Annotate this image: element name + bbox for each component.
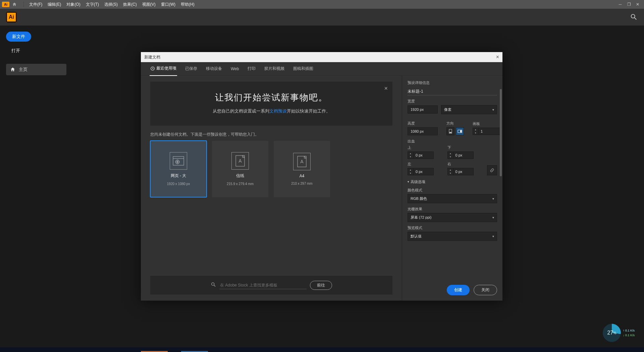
preset-cards: 网页 - 大 1920 x 1080 px 信纸 215.9 x 279.4 m… bbox=[150, 141, 392, 197]
scrollbar[interactable] bbox=[500, 89, 502, 176]
app-icon-small: Ai bbox=[2, 2, 9, 7]
a4-preset-icon bbox=[293, 153, 311, 170]
orientation-label: 方向 bbox=[446, 121, 464, 126]
search-icon bbox=[211, 282, 216, 289]
window-minimize-button[interactable]: ─ bbox=[616, 2, 625, 7]
svg-point-0 bbox=[631, 14, 635, 18]
menu-bar: Ai 文件(F) 编辑(E) 对象(O) 文字(T) 选择(S) 效果(C) 视… bbox=[0, 0, 644, 9]
tab-print[interactable]: 打印 bbox=[247, 62, 256, 76]
tab-web[interactable]: Web bbox=[230, 62, 239, 75]
bleed-link-button[interactable] bbox=[487, 165, 497, 175]
unit-select[interactable]: 像素▾ bbox=[441, 105, 497, 114]
stock-search-bar: 前往 bbox=[150, 276, 392, 295]
bleed-right-stepper[interactable]: ▴▾ bbox=[447, 168, 483, 175]
artboard-stepper[interactable]: ▴▾ bbox=[473, 128, 501, 135]
clock-icon bbox=[150, 66, 155, 71]
preset-details-panel: 预设详细信息 宽度 像素▾ 高度 方向 bbox=[402, 76, 502, 301]
width-input[interactable] bbox=[408, 105, 438, 114]
color-mode-label: 颜色模式 bbox=[408, 188, 497, 193]
dialog-left-panel: × 让我们开始尝试新事物吧。 从您自己的文档设置或一系列文档预设开始以快速开始工… bbox=[141, 76, 402, 301]
advanced-toggle[interactable]: 高级选项 bbox=[408, 179, 497, 184]
search-icon[interactable] bbox=[630, 13, 638, 21]
document-name-input[interactable] bbox=[408, 88, 497, 95]
chevron-down-icon: ▾ bbox=[492, 234, 494, 238]
doc-presets-link[interactable]: 文档预设 bbox=[269, 108, 287, 114]
svg-point-8 bbox=[212, 283, 214, 285]
create-button[interactable]: 创建 bbox=[447, 285, 470, 295]
details-header: 预设详细信息 bbox=[408, 80, 497, 85]
tab-saved[interactable]: 已保存 bbox=[184, 62, 198, 76]
dialog-titlebar: 新建文档 × bbox=[141, 52, 502, 62]
hero-box: × 让我们开始尝试新事物吧。 从您自己的文档设置或一系列文档预设开始以快速开始工… bbox=[150, 82, 392, 126]
dialog-close-icon[interactable]: × bbox=[496, 54, 499, 60]
preset-dim: 215.9 x 279.4 mm bbox=[227, 182, 254, 186]
performance-widget: 27% ↑ 0.1 K/s ↓ 0.1 K/s bbox=[603, 324, 635, 342]
height-input[interactable] bbox=[408, 127, 438, 135]
close-button[interactable]: 关闭 bbox=[474, 285, 497, 295]
menu-view[interactable]: 视图(V) bbox=[140, 2, 158, 7]
stock-search-input[interactable] bbox=[219, 281, 307, 289]
window-restore-button[interactable]: ❐ bbox=[625, 2, 633, 7]
tab-art[interactable]: 图稿和插图 bbox=[292, 62, 314, 76]
home-icon[interactable] bbox=[11, 2, 17, 7]
bleed-top-stepper[interactable]: ▴▾ bbox=[408, 151, 443, 159]
bleed-top-label: 上 bbox=[408, 145, 443, 150]
tab-film[interactable]: 胶片和视频 bbox=[264, 62, 285, 76]
left-sidebar: 新文件 打开 主页 bbox=[0, 26, 67, 81]
cpu-ring: 27% bbox=[603, 324, 621, 342]
menu-effect[interactable]: 效果(C) bbox=[120, 2, 140, 7]
network-stats: ↑ 0.1 K/s ↓ 0.1 K/s bbox=[623, 328, 635, 338]
divider bbox=[23, 2, 24, 7]
stock-go-button[interactable]: 前往 bbox=[310, 281, 332, 290]
menu-help[interactable]: 帮助(H) bbox=[178, 2, 197, 7]
preview-select[interactable]: 默认值▾ bbox=[408, 232, 497, 241]
bleed-label: 出血 bbox=[408, 139, 497, 144]
svg-line-1 bbox=[635, 18, 637, 20]
svg-line-9 bbox=[214, 285, 215, 287]
svg-rect-11 bbox=[449, 132, 451, 133]
tab-recent[interactable]: 最近使用项 bbox=[150, 61, 177, 76]
preset-name: 网页 - 大 bbox=[171, 173, 186, 179]
width-label: 宽度 bbox=[408, 99, 497, 104]
menu-file[interactable]: 文件(F) bbox=[26, 2, 45, 7]
bleed-bottom-label: 下 bbox=[447, 145, 483, 150]
raster-label: 光栅效果 bbox=[408, 207, 497, 212]
preset-dim: 210 x 297 mm bbox=[291, 182, 312, 185]
orientation-portrait[interactable] bbox=[446, 127, 454, 135]
ai-logo: Ai bbox=[6, 12, 17, 23]
height-label: 高度 bbox=[408, 121, 438, 126]
app-header: Ai bbox=[0, 9, 644, 26]
menu-type[interactable]: 文字(T) bbox=[83, 2, 102, 7]
letter-preset-icon bbox=[231, 152, 249, 170]
web-preset-icon bbox=[170, 152, 187, 170]
preset-web-large[interactable]: 网页 - 大 1920 x 1080 px bbox=[150, 141, 207, 197]
menu-object[interactable]: 对象(O) bbox=[64, 2, 83, 7]
orientation-landscape[interactable] bbox=[456, 127, 464, 135]
raster-select[interactable]: 屏幕 (72 ppi)▾ bbox=[408, 213, 497, 222]
menu-edit[interactable]: 编辑(E) bbox=[45, 2, 64, 7]
new-document-dialog: 新建文档 × 最近使用项 已保存 移动设备 Web 打印 胶片和视频 图稿和插图… bbox=[141, 52, 502, 301]
preset-dim: 1920 x 1080 px bbox=[167, 182, 190, 186]
dialog-tabs: 最近使用项 已保存 移动设备 Web 打印 胶片和视频 图稿和插图 bbox=[141, 62, 502, 76]
new-file-button[interactable]: 新文件 bbox=[6, 32, 31, 42]
preset-letter[interactable]: 信纸 215.9 x 279.4 mm bbox=[212, 141, 268, 197]
window-close-button[interactable]: ✕ bbox=[633, 2, 642, 7]
open-button[interactable]: 打开 bbox=[11, 48, 61, 54]
color-mode-select[interactable]: RGB 颜色▾ bbox=[408, 194, 497, 203]
hero-close-icon[interactable]: × bbox=[384, 85, 388, 92]
preview-label: 预览模式 bbox=[408, 225, 497, 230]
bleed-left-stepper[interactable]: ▴▾ bbox=[408, 168, 443, 175]
sidebar-home[interactable]: 主页 bbox=[6, 64, 66, 75]
bleed-right-label: 右 bbox=[447, 162, 483, 167]
menu-window[interactable]: 窗口(W) bbox=[158, 2, 178, 7]
hero-subtitle: 从您自己的文档设置或一系列文档预设开始以快速开始工作。 bbox=[164, 108, 379, 114]
dialog-title-text: 新建文档 bbox=[144, 54, 160, 60]
bleed-bottom-stepper[interactable]: ▴▾ bbox=[447, 151, 483, 159]
hero-title: 让我们开始尝试新事物吧。 bbox=[164, 92, 379, 103]
tab-mobile[interactable]: 移动设备 bbox=[205, 62, 223, 76]
artboard-label: 画板 bbox=[473, 121, 501, 126]
menu-select[interactable]: 选择(S) bbox=[102, 2, 120, 7]
taskbar[interactable] bbox=[0, 347, 644, 352]
chevron-down-icon: ▾ bbox=[492, 216, 494, 219]
preset-a4[interactable]: A4 210 x 297 mm bbox=[274, 141, 330, 197]
